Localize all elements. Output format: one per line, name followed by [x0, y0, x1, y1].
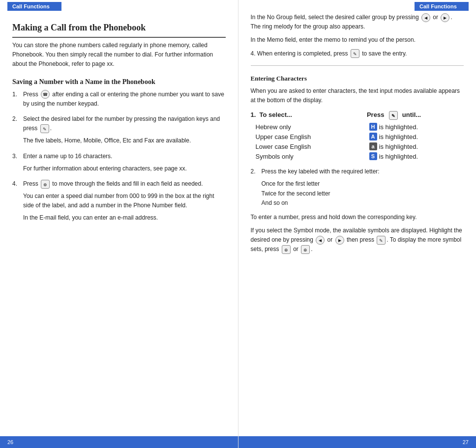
- sym-more-icon: ⊕: [282, 245, 291, 254]
- entering-intro: When you are asked to enter characters, …: [251, 86, 464, 105]
- step-3-text: Enter a name up to 16 characters.: [23, 152, 112, 161]
- table-row: Upper case English A is highlighted.: [251, 133, 464, 140]
- col2-header: Press ✎ until...: [367, 111, 464, 120]
- sym-ok-icon: ✎: [377, 236, 386, 245]
- table-col1-label: To select...: [260, 111, 292, 118]
- step-1: 1. Press ☎ after ending a call or enteri…: [12, 90, 226, 109]
- saving-title: Saving a Number with a Name in the Phone…: [12, 78, 226, 86]
- step2-sub2: Twice for the second letter: [262, 189, 464, 198]
- no-group-paragraph: In the No Group field, select the desire…: [251, 13, 464, 31]
- step-3-item: 3. Enter a name up to 16 characters.: [12, 152, 226, 161]
- step-1-item: 1. Press ☎ after ending a call or enteri…: [12, 90, 226, 109]
- save-icon: ✎: [351, 49, 359, 58]
- step-2: 2. Select the desired label for the numb…: [12, 114, 226, 146]
- lower-suffix: is highlighted.: [379, 143, 418, 150]
- step2-sub1: Once for the first letter: [262, 179, 464, 189]
- intro-paragraph: You can store the phone numbers called r…: [12, 41, 226, 69]
- upper-badge: A: [369, 133, 377, 140]
- left-page-number: 26: [7, 439, 13, 445]
- step4-complete: 4. When entering is completed, press ✎ t…: [251, 49, 464, 58]
- right-header-tab: Call Functions: [415, 2, 469, 11]
- number-entry-para: To enter a number, press and hold down t…: [251, 213, 464, 222]
- upper-suffix: is highlighted.: [379, 133, 418, 140]
- phone-icon: ☎: [41, 90, 50, 99]
- step2-section: 2. Press the key labeled with the requir…: [251, 167, 464, 208]
- right-nav-icon: ▶: [441, 13, 449, 22]
- row-label-symbols: Symbols only: [256, 153, 369, 160]
- step-1-text: Press ☎ after ending a call or entering …: [23, 90, 226, 109]
- step-2-num: 2.: [12, 114, 20, 133]
- step2-subitems: Once for the first letter Twice for the …: [262, 179, 464, 208]
- left-page-footer: 26: [0, 436, 238, 448]
- main-title: Making a Call from the Phonebook: [12, 23, 226, 38]
- step-4: 4. Press ⊕ to move through the fields an…: [12, 179, 226, 223]
- hebrew-badge: H: [369, 123, 377, 131]
- table-row: Lower case English a is highlighted.: [251, 142, 464, 150]
- symbols-suffix: is highlighted.: [379, 153, 418, 160]
- step-4-num: 4.: [12, 179, 20, 189]
- lower-badge: a: [369, 142, 377, 150]
- step-3: 3. Enter a name up to 16 characters. For…: [12, 152, 226, 173]
- nav-icon: ⊕: [41, 180, 50, 189]
- right-page-number: 27: [463, 439, 469, 445]
- symbols-badge: S: [369, 152, 377, 160]
- table-header: 1. To select... Press ✎ until...: [251, 111, 464, 120]
- step-2-text: Select the desired label for the number …: [23, 114, 226, 133]
- right-page: Call Functions In the No Group field, se…: [238, 0, 476, 448]
- step2-num: 2.: [251, 167, 259, 176]
- press-icon: ✎: [389, 111, 398, 120]
- memo-paragraph: In the Memo field, enter the memo to rem…: [251, 35, 464, 45]
- step-4-item: 4. Press ⊕ to move through the fields an…: [12, 179, 226, 189]
- right-page-header: Call Functions: [238, 0, 476, 13]
- left-page: Call Functions Making a Call from the Ph…: [0, 0, 238, 448]
- symbol-mode-para: If you select the Symbol mode, the avail…: [251, 226, 464, 254]
- hebrew-suffix: is highlighted.: [379, 123, 418, 131]
- step2-sub3: And so on: [262, 198, 464, 208]
- step-4-indent-1: You can enter a speed dial number from 0…: [23, 192, 226, 210]
- ok-icon: ✎: [40, 124, 49, 133]
- step-2-item: 2. Select the desired label for the numb…: [12, 114, 226, 133]
- table-row: Symbols only S is highlighted.: [251, 152, 464, 160]
- right-page-content: In the No Group field, select the desire…: [238, 13, 476, 436]
- step-4-text: Press ⊕ to move through the fields and f…: [23, 179, 203, 189]
- sym-left-icon: ◀: [316, 236, 325, 245]
- step2-item: 2. Press the key labeled with the requir…: [251, 167, 464, 176]
- row-value-symbols: S is highlighted.: [369, 152, 464, 160]
- row-value-hebrew: H is highlighted.: [369, 123, 464, 131]
- right-page-footer: 27: [238, 436, 476, 448]
- left-header-tab: Call Functions: [7, 2, 61, 11]
- section-divider: [251, 65, 464, 66]
- sym-right-icon: ▶: [335, 236, 344, 245]
- step-1-num: 1.: [12, 90, 20, 109]
- col1-header: 1. To select...: [251, 111, 367, 120]
- step-2-indent: The five labels, Home, Mobile, Office, E…: [23, 136, 226, 145]
- step-3-num: 3.: [12, 152, 20, 161]
- row-label-upper: Upper case English: [256, 133, 369, 140]
- entering-title: Entering Characters: [251, 75, 464, 83]
- left-nav-icon: ◀: [421, 13, 430, 22]
- book-spread: Call Functions Making a Call from the Ph…: [0, 0, 476, 448]
- row-label-lower: Lower case English: [256, 143, 369, 150]
- row-value-upper: A is highlighted.: [369, 133, 464, 140]
- step-4-indent-2: In the E-mail field, you can enter an e-…: [23, 213, 226, 223]
- left-page-content: Making a Call from the Phonebook You can…: [0, 13, 238, 436]
- row-label-hebrew: Hebrew only: [256, 123, 369, 131]
- char-table-section: 1. To select... Press ✎ until... Hebrew …: [251, 111, 464, 160]
- step-3-indent: For further information about entering c…: [23, 164, 226, 173]
- table-row: Hebrew only H is highlighted.: [251, 123, 464, 131]
- sym-alt-icon: ⊕: [301, 245, 310, 254]
- step2-text: Press the key labeled with the required …: [262, 167, 380, 176]
- left-page-header: Call Functions: [0, 0, 238, 13]
- row-value-lower: a is highlighted.: [369, 142, 464, 150]
